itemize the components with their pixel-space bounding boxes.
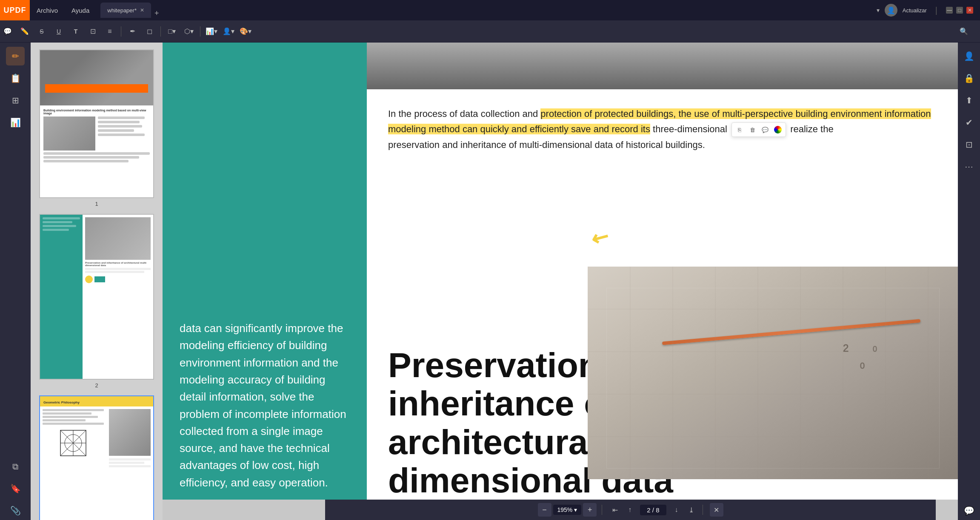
toolbar: 💬 ✏️ S U T ⊡ ≡ ✒ ◻ □▾ ⬡▾ 📊▾ 👤▾ 🎨▾ 🔍 [0, 20, 980, 43]
menu-bar: Archivo Ayuda [30, 0, 96, 20]
go-prev-btn[interactable]: ↑ [623, 502, 637, 517]
bottom-bar: − 195% ▾ + ⇤ ↑ 2 / 8 ↓ ⤓ ✕ [325, 500, 936, 520]
underline-tool[interactable]: U [51, 24, 66, 39]
sidebar-list-btn[interactable]: 📋 [6, 69, 25, 88]
inline-toolbar: ⎘ 🗑 💬 [731, 122, 786, 137]
go-last-btn[interactable]: ⤓ [683, 502, 699, 517]
avatar[interactable]: 👤 [885, 4, 897, 17]
thumb-number-2: 2 [95, 382, 98, 389]
text-format-tool[interactable]: ≡ [102, 24, 117, 39]
menu-ayuda[interactable]: Ayuda [65, 0, 96, 20]
zoom-value[interactable]: 195% ▾ [553, 505, 582, 515]
chart-tool[interactable]: 📊▾ [204, 24, 219, 39]
tab-label: whitepaper* [107, 7, 137, 14]
highlight-span-1: protection of protected buildings, the u… [388, 108, 931, 134]
divider-1: | [935, 6, 937, 15]
textbox-tool[interactable]: ⊡ [85, 24, 100, 39]
text-tool[interactable]: T [68, 24, 83, 39]
update-button[interactable]: Actualizar [903, 7, 927, 14]
comment-tool[interactable]: 💬 [0, 24, 15, 39]
zoom-dropdown-icon: ▾ [574, 506, 577, 513]
menu-archivo[interactable]: Archivo [30, 0, 65, 20]
title-bar-right: ▾ 👤 Actualizar | — □ ✕ [877, 4, 980, 17]
sidebar-table-btn[interactable]: ⊞ [6, 91, 25, 110]
thumbnail-3: Geometric Philosophy [35, 395, 158, 520]
dropdown-arrow-icon[interactable]: ▾ [877, 7, 880, 14]
new-tab-btn[interactable]: + [151, 9, 163, 18]
sidebar-pen-btn[interactable]: ✏ [6, 47, 25, 65]
comment-btn[interactable]: 💬 [759, 124, 771, 136]
strikethrough-tool[interactable]: S [34, 24, 49, 39]
thumb1-image [40, 50, 153, 105]
pen-tool[interactable]: ✒ [125, 24, 140, 39]
right-tool-7[interactable]: ⋯ [960, 157, 978, 176]
svg-text:2: 2 [843, 342, 849, 354]
tab-close-btn[interactable]: ✕ [140, 7, 144, 13]
zoom-in-btn[interactable]: + [583, 503, 597, 517]
thumb-number-1: 1 [95, 201, 98, 207]
fill-tool[interactable]: 🎨▾ [238, 24, 253, 39]
people-tool[interactable]: 👤▾ [221, 24, 236, 39]
right-body-text: In the process of data collection and pr… [388, 106, 937, 153]
highlight-tool[interactable]: ✏️ [17, 24, 32, 39]
svg-text:0: 0 [860, 361, 865, 370]
sep2 [160, 26, 161, 37]
sidebar-attach-btn[interactable]: 📎 [6, 501, 25, 520]
title-bar: UPDF Archivo Ayuda whitepaper* ✕ + ▾ 👤 A… [0, 0, 980, 20]
tab-whitepaper[interactable]: whitepaper* ✕ [100, 3, 151, 18]
window-controls: — □ ✕ [946, 7, 973, 14]
close-btn[interactable]: ✕ [966, 7, 973, 14]
left-sidebar: ☰ ✏ 📋 ⊞ 📊 ⧉ 🔖 📎 [0, 20, 31, 520]
right-tool-4[interactable]: ⬆ [960, 91, 978, 110]
left-column: data can significantly improve the model… [163, 43, 367, 500]
zoom-out-btn[interactable]: − [538, 503, 551, 517]
right-tool-6[interactable]: ⊡ [960, 135, 978, 154]
right-tool-3[interactable]: 🔒 [960, 69, 978, 88]
go-first-btn[interactable]: ⇤ [607, 502, 623, 517]
thumb-frame-3[interactable]: Geometric Philosophy [39, 395, 154, 520]
zoom-area: − 195% ▾ + [538, 503, 597, 517]
thumbnail-2: Preservation and inheritance of architec… [35, 214, 158, 389]
sidebar-chart-btn[interactable]: 📊 [6, 113, 25, 132]
page-label: 2 / 8 [647, 506, 659, 514]
page-indicator: 2 / 8 [640, 505, 666, 515]
close-bar-btn[interactable]: ✕ [710, 503, 723, 517]
main-content: data can significantly improve the model… [163, 43, 958, 520]
sep1 [121, 26, 121, 37]
shapes-tool[interactable]: □▾ [164, 24, 180, 39]
app-logo: UPDF [0, 0, 30, 20]
copy-btn[interactable]: ⎘ [734, 124, 746, 136]
left-column-text: data can significantly improve the model… [180, 320, 350, 491]
bar-sep [602, 505, 602, 515]
thumbnail-1: Building environment information modelin… [35, 49, 158, 207]
right-tool-2[interactable]: 👤 [960, 47, 978, 65]
realize-the-text: realize the [790, 124, 834, 134]
pdf-page: data can significantly improve the model… [163, 43, 958, 500]
right-top-image [367, 43, 958, 89]
heading-line2: inheritance of [388, 384, 617, 423]
sep3 [200, 26, 200, 37]
delete-btn[interactable]: 🗑 [746, 124, 758, 136]
svg-text:0: 0 [873, 345, 877, 353]
eraser-tool[interactable]: ◻ [142, 24, 157, 39]
tab-area: whitepaper* ✕ + [96, 3, 876, 18]
maximize-btn[interactable]: □ [956, 7, 963, 14]
thumb-frame-2[interactable]: Preservation and inheritance of architec… [39, 214, 154, 380]
shape-options[interactable]: ⬡▾ [181, 24, 197, 39]
zoom-level-text: 195% [557, 506, 573, 513]
right-tool-5[interactable]: ✔ [960, 113, 978, 132]
bar-sep2 [703, 505, 703, 515]
color-btn[interactable] [772, 124, 784, 136]
sidebar-layers-btn[interactable]: ⧉ [6, 457, 25, 476]
thumb3-header-label: Geometric Philosophy [43, 401, 80, 404]
bottom-right-image: 2 0 0 [588, 267, 958, 479]
go-next-btn[interactable]: ↓ [670, 502, 683, 517]
right-tool-8[interactable]: 💬 [960, 501, 978, 520]
minimize-btn[interactable]: — [946, 7, 953, 14]
thumb-frame-1[interactable]: Building environment information modelin… [39, 49, 154, 198]
sidebar-bookmark-btn[interactable]: 🔖 [6, 479, 25, 498]
search-btn[interactable]: 🔍 [956, 24, 971, 39]
right-sidebar: ⊞ 👤 🔒 ⬆ ✔ ⊡ ⋯ 💬 [958, 20, 980, 520]
thumbnail-panel: Building environment information modelin… [31, 43, 163, 520]
